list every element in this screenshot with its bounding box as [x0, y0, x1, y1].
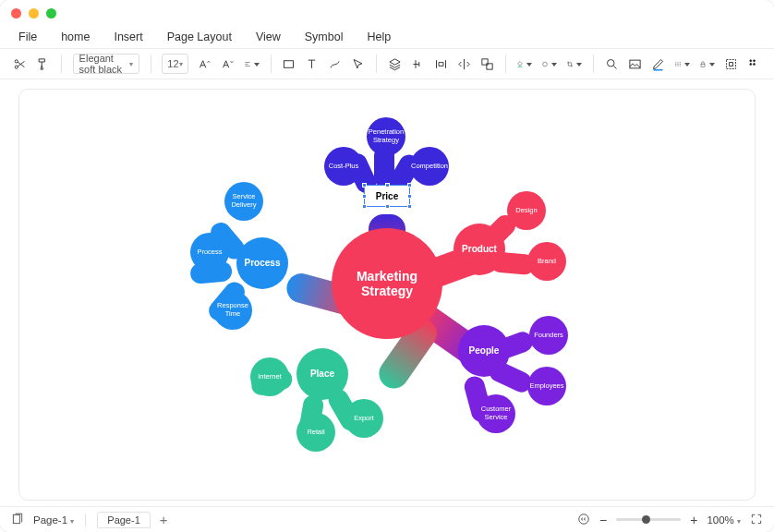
branch-place[interactable]: Place	[296, 348, 348, 400]
image-icon[interactable]	[628, 56, 642, 72]
flip-icon[interactable]	[457, 56, 471, 72]
search-icon[interactable]	[605, 56, 619, 72]
page-tab[interactable]: Page-1	[97, 512, 150, 528]
crop-icon[interactable]	[566, 56, 582, 72]
svg-rect-10	[730, 62, 733, 66]
menu-symbol[interactable]: Symbol	[305, 30, 344, 43]
svg-point-12	[754, 59, 756, 61]
lock-icon[interactable]	[699, 56, 715, 72]
status-bar: Page-1 ▾ Page-1 + − + 100% ▾	[0, 506, 774, 532]
shape-icon[interactable]	[541, 56, 557, 72]
zoom-level[interactable]: 100% ▾	[707, 514, 741, 526]
menu-insert[interactable]: Insert	[114, 30, 142, 43]
cursor-icon[interactable]	[351, 56, 365, 72]
branch-price-label: Price	[376, 191, 398, 201]
branch-process[interactable]: Process	[236, 237, 288, 289]
font-size: 12	[167, 58, 178, 69]
align-objects-icon[interactable]	[411, 56, 425, 72]
align-icon[interactable]	[244, 56, 260, 72]
menu-help[interactable]: Help	[367, 30, 391, 43]
branch-product[interactable]: Product	[454, 224, 505, 275]
font-name: Elegant soft black	[79, 53, 129, 75]
license-icon[interactable]	[577, 513, 590, 527]
leaf-penetration-strategy[interactable]: Penetration Strategy	[367, 117, 405, 156]
menu-bar: File home Insert Page Layout View Symbol…	[0, 26, 774, 48]
branch-people[interactable]: People	[458, 325, 510, 377]
leaf-export[interactable]: Export	[345, 399, 383, 438]
leaf-cost-plus[interactable]: Cost-Plus	[324, 147, 363, 186]
distribute-icon[interactable]	[434, 56, 448, 72]
leaf-founders[interactable]: Founders	[529, 316, 568, 355]
svg-point-6	[608, 59, 615, 66]
format-painter-icon[interactable]	[36, 56, 50, 72]
fill-color-icon[interactable]	[516, 56, 532, 72]
mindmap-center[interactable]: Marketing Strategy	[332, 228, 442, 339]
pen-icon[interactable]	[651, 56, 665, 72]
leaf-employees[interactable]: Employees	[527, 367, 566, 405]
svg-rect-2	[284, 60, 294, 67]
menu-view[interactable]: View	[256, 30, 281, 43]
scissors-icon[interactable]	[13, 56, 27, 72]
svg-rect-9	[727, 59, 736, 68]
leaf-brand[interactable]: Brand	[527, 242, 566, 281]
window-titlebar	[0, 0, 774, 26]
maximize-window-icon[interactable]	[46, 8, 56, 18]
more-icon[interactable]	[747, 56, 761, 72]
leaf-customer-service[interactable]: Customer Service	[477, 394, 515, 433]
svg-point-14	[754, 63, 756, 65]
increase-font-icon[interactable]	[198, 56, 212, 72]
branch-price-selected[interactable]: Price	[364, 185, 410, 207]
svg-point-11	[750, 59, 752, 61]
decrease-font-icon[interactable]	[221, 56, 235, 72]
select-all-icon[interactable]	[724, 56, 738, 72]
leaf-response-time[interactable]: Response Time	[213, 291, 252, 330]
fullscreen-icon[interactable]	[750, 513, 763, 527]
leaf-design[interactable]: Design	[507, 191, 546, 230]
svg-point-1	[15, 66, 18, 68]
svg-rect-15	[13, 514, 19, 523]
zoom-slider[interactable]	[616, 518, 681, 521]
svg-rect-8	[701, 64, 705, 66]
layers-icon[interactable]	[388, 56, 402, 72]
leaf-service-delivery[interactable]: Service Delivery	[224, 182, 263, 221]
rectangle-icon[interactable]	[282, 56, 296, 72]
connector-icon[interactable]	[328, 56, 342, 72]
menu-page-layout[interactable]: Page Layout	[167, 30, 232, 43]
toolbar: Elegant soft black▾ 12▾	[0, 48, 774, 79]
text-icon[interactable]	[305, 56, 319, 72]
group-icon[interactable]	[480, 56, 494, 72]
font-select[interactable]: Elegant soft black▾	[73, 54, 139, 74]
pages-icon[interactable]	[11, 513, 24, 527]
add-page-button[interactable]: +	[160, 512, 168, 527]
svg-point-5	[543, 62, 548, 66]
font-size-select[interactable]: 12▾	[162, 54, 187, 74]
canvas[interactable]: Marketing Strategy Product People Place …	[18, 89, 756, 501]
page-dropdown[interactable]: Page-1 ▾	[33, 514, 74, 526]
menu-file[interactable]: File	[18, 30, 37, 43]
leaf-internet[interactable]: Internet	[250, 357, 289, 396]
line-style-icon[interactable]	[674, 56, 690, 72]
svg-point-16	[579, 514, 589, 524]
canvas-area: Marketing Strategy Product People Place …	[0, 79, 774, 506]
minimize-window-icon[interactable]	[29, 8, 39, 18]
zoom-in-button[interactable]: +	[690, 513, 697, 527]
svg-point-0	[15, 59, 18, 62]
leaf-retail[interactable]: Retail	[296, 413, 335, 452]
close-window-icon[interactable]	[11, 8, 21, 18]
leaf-competition[interactable]: Competition	[410, 147, 449, 186]
zoom-out-button[interactable]: −	[599, 513, 607, 527]
leaf-process[interactable]: Process	[190, 233, 229, 272]
svg-rect-7	[630, 60, 640, 68]
menu-home[interactable]: home	[61, 30, 90, 43]
svg-point-13	[750, 63, 752, 65]
